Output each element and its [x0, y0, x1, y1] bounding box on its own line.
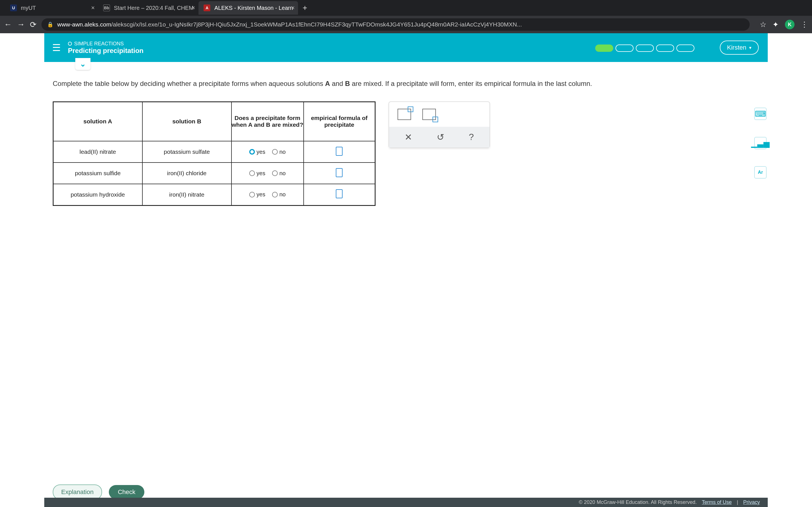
favicon-aleks: A	[204, 4, 210, 11]
breadcrumb: SIMPLE REACTIONS	[74, 41, 124, 47]
page-title: Predicting precipitation	[68, 47, 144, 55]
tab-label: ALEKS - Kirsten Mason - Learn	[214, 5, 293, 11]
close-icon[interactable]: ×	[192, 4, 195, 11]
col-question: Does a precipitate form when A and B are…	[232, 102, 304, 141]
radio-no[interactable]: no	[272, 170, 286, 177]
instructions: Complete the table below by deciding whe…	[53, 79, 673, 89]
table-row: lead(II) nitrate potassium sulfate yes n…	[53, 141, 375, 163]
back-button[interactable]: ←	[4, 20, 12, 29]
menu-icon[interactable]: ⋮	[801, 20, 808, 29]
tab-label: myUT	[21, 5, 36, 11]
undo-button[interactable]: ↺	[437, 132, 444, 143]
tab-label: Start Here – 2020:4 Fall, CHEM	[114, 5, 193, 11]
col-solution-a: solution A	[53, 102, 142, 141]
profile-avatar[interactable]: K	[785, 20, 795, 29]
hamburger-icon[interactable]: ☰	[52, 42, 61, 53]
formula-input	[336, 168, 343, 177]
subscript-button[interactable]	[422, 109, 436, 120]
bookmark-icon[interactable]: ☆	[760, 20, 766, 29]
url-text: www-awn.aleks.com/alekscgi/x/Isl.exe/1o_…	[57, 21, 522, 28]
precipitate-table: solution A solution B Does a precipitate…	[53, 101, 375, 206]
cell-formula[interactable]	[304, 184, 375, 205]
chevron-down-icon: ▾	[749, 45, 751, 50]
help-button[interactable]: ?	[469, 132, 474, 143]
periodic-table-icon[interactable]: Ar	[754, 166, 767, 179]
progress-pills	[595, 45, 695, 52]
favicon-bb: Bb	[103, 4, 110, 11]
address-bar: ← → ⟳ 🔒 www-awn.aleks.com/alekscgi/x/Isl…	[0, 16, 812, 33]
user-name: Kirsten	[727, 44, 746, 51]
privacy-link[interactable]: Privacy	[743, 499, 760, 505]
progress-segment	[636, 45, 654, 52]
status-dot-icon	[68, 42, 72, 46]
explanation-button[interactable]: Explanation	[53, 485, 102, 500]
forward-button[interactable]: →	[17, 20, 25, 29]
progress-segment	[656, 45, 674, 52]
progress-segment	[615, 45, 633, 52]
table-row: potassium sulfide iron(II) chloride yes …	[53, 163, 375, 184]
col-formula: empirical formula of precipitate	[304, 102, 375, 141]
new-tab-button[interactable]: +	[298, 3, 312, 12]
formula-input	[336, 189, 343, 198]
tab-aleks[interactable]: A ALEKS - Kirsten Mason - Learn ×	[199, 1, 298, 15]
lock-icon: 🔒	[47, 21, 53, 27]
cell-a: potassium sulfide	[53, 163, 142, 184]
copyright-bar: © 2020 McGraw-Hill Education. All Rights…	[44, 498, 768, 507]
reload-button[interactable]: ⟳	[30, 20, 36, 29]
table-row: potassium hydroxide iron(II) nitrate yes…	[53, 184, 375, 205]
cell-b: iron(II) chloride	[142, 163, 232, 184]
radio-no[interactable]: no	[272, 191, 286, 198]
cell-radio: yes no	[232, 141, 304, 163]
cell-a: lead(II) nitrate	[53, 141, 142, 163]
copyright-text: © 2020 McGraw-Hill Education. All Rights…	[579, 499, 697, 505]
tab-blackboard[interactable]: Bb Start Here – 2020:4 Fall, CHEM ×	[98, 1, 199, 15]
tab-myut[interactable]: U myUT ×	[5, 1, 98, 15]
aleks-header: ☰ SIMPLE REACTIONS Predicting precipitat…	[44, 33, 768, 62]
progress-segment	[676, 45, 695, 52]
formula-input	[336, 147, 343, 156]
progress-segment	[595, 45, 613, 52]
cell-b: iron(II) nitrate	[142, 184, 232, 205]
url-field[interactable]: 🔒 www-awn.aleks.com/alekscgi/x/Isl.exe/1…	[42, 18, 750, 31]
superscript-button[interactable]	[398, 109, 411, 120]
favicon-ut: U	[10, 4, 17, 11]
close-icon[interactable]: ×	[291, 4, 295, 11]
terms-link[interactable]: Terms of Use	[702, 499, 732, 505]
footer-actions: Explanation Check	[44, 485, 768, 500]
close-icon[interactable]: ×	[91, 4, 95, 11]
radio-yes[interactable]: yes	[249, 149, 265, 155]
check-button[interactable]: Check	[109, 485, 144, 499]
radio-yes[interactable]: yes	[249, 170, 265, 177]
calculator-icon[interactable]: ⌨	[754, 108, 767, 120]
clear-button[interactable]: ✕	[405, 132, 412, 143]
extensions-icon[interactable]: ✦	[772, 20, 779, 29]
cell-radio: yes no	[232, 163, 304, 184]
input-palette: ✕ ↺ ?	[389, 101, 490, 148]
tab-strip: U myUT × Bb Start Here – 2020:4 Fall, CH…	[0, 0, 812, 16]
right-toolbar: ⌨ ▁▃▅ Ar	[754, 108, 767, 179]
col-solution-b: solution B	[142, 102, 232, 141]
stats-icon[interactable]: ▁▃▅	[754, 137, 767, 149]
cell-formula[interactable]	[304, 163, 375, 184]
cell-formula[interactable]	[304, 141, 375, 163]
user-menu[interactable]: Kirsten ▾	[720, 41, 759, 55]
radio-no[interactable]: no	[272, 149, 286, 155]
cell-b: potassium sulfate	[142, 141, 232, 163]
cell-radio: yes no	[232, 184, 304, 205]
radio-yes[interactable]: yes	[249, 191, 265, 198]
cell-a: potassium hydroxide	[53, 184, 142, 205]
